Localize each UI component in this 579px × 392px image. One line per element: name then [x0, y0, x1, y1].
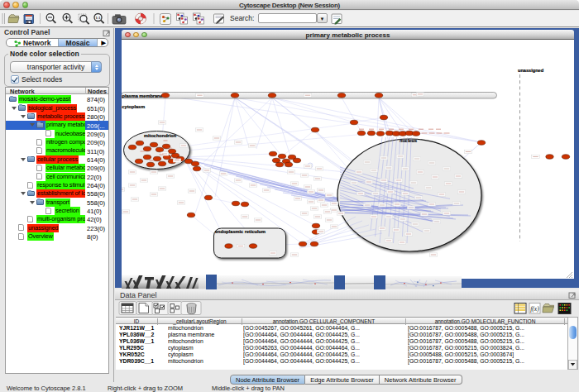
svg-text:endoplasmic reticulum: endoplasmic reticulum	[215, 229, 266, 234]
svg-text:mitochondrion: mitochondrion	[144, 133, 177, 138]
svg-text:unassigned: unassigned	[518, 68, 544, 73]
svg-text:f(x): f(x)	[530, 305, 539, 313]
svg-text:1:1: 1:1	[96, 16, 102, 20]
svg-text:plasma membrane: plasma membrane	[122, 93, 163, 98]
svg-text:nucleus: nucleus	[400, 138, 417, 143]
svg-text:cytoplasm: cytoplasm	[122, 104, 146, 109]
